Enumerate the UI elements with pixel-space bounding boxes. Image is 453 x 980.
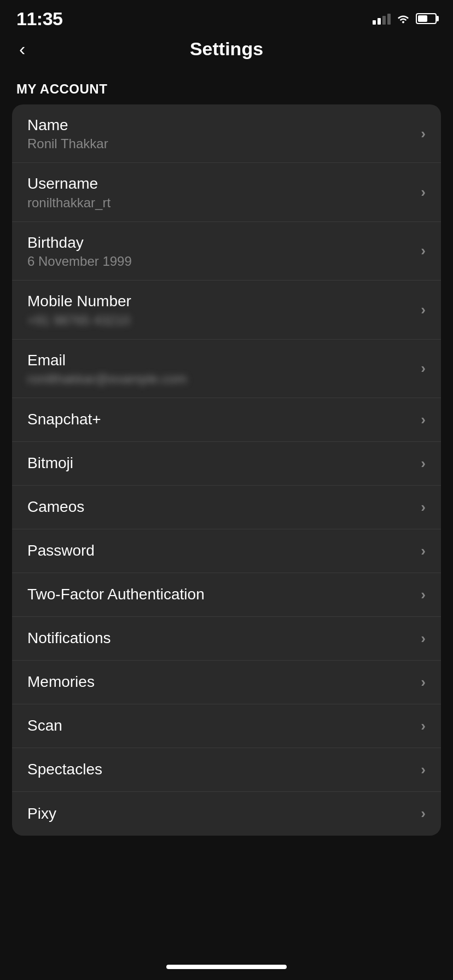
settings-item-name-content: Name Ronil Thakkar <box>27 115 412 151</box>
settings-item-mobile[interactable]: Mobile Number +91 98765 43210 › <box>12 281 441 339</box>
settings-item-email[interactable]: Email ronilthakkar@example.com › <box>12 340 441 398</box>
settings-item-snapchat-plus[interactable]: Snapchat+ › <box>12 398 441 442</box>
settings-item-snapchat-plus-label: Snapchat+ <box>27 410 412 429</box>
settings-item-name-value: Ronil Thakkar <box>27 136 412 151</box>
chevron-icon: › <box>421 805 426 822</box>
section-label-my-account: MY ACCOUNT <box>0 71 453 104</box>
settings-item-notifications-content: Notifications <box>27 628 412 648</box>
settings-item-cameos-label: Cameos <box>27 497 412 517</box>
settings-item-bitmoji-content: Bitmoji <box>27 453 412 473</box>
settings-item-scan-label: Scan <box>27 716 412 736</box>
settings-item-bitmoji[interactable]: Bitmoji › <box>12 442 441 486</box>
settings-list: Name Ronil Thakkar › Username ronilthakk… <box>12 104 441 836</box>
settings-item-memories-label: Memories <box>27 672 412 692</box>
settings-item-snapchat-plus-content: Snapchat+ <box>27 410 412 429</box>
settings-item-email-value: ronilthakkar@example.com <box>27 371 412 387</box>
page-title: Settings <box>190 38 263 60</box>
chevron-icon: › <box>421 125 426 142</box>
settings-item-birthday[interactable]: Birthday 6 November 1999 › <box>12 222 441 281</box>
chevron-icon: › <box>421 586 426 603</box>
settings-item-two-factor-content: Two-Factor Authentication <box>27 585 412 604</box>
settings-item-username[interactable]: Username ronilthakkar_rt › <box>12 163 441 221</box>
status-time: 11:35 <box>16 8 62 30</box>
settings-item-name[interactable]: Name Ronil Thakkar › <box>12 104 441 163</box>
chevron-icon: › <box>421 542 426 559</box>
settings-item-cameos[interactable]: Cameos › <box>12 486 441 529</box>
settings-item-spectacles-content: Spectacles <box>27 760 412 779</box>
chevron-icon: › <box>421 499 426 516</box>
back-button[interactable]: ‹ <box>14 33 31 65</box>
settings-item-scan[interactable]: Scan › <box>12 704 441 748</box>
settings-item-email-content: Email ronilthakkar@example.com <box>27 351 412 387</box>
settings-item-name-label: Name <box>27 115 412 135</box>
chevron-icon: › <box>421 674 426 691</box>
home-bar <box>166 965 287 969</box>
settings-item-password-label: Password <box>27 541 412 561</box>
settings-item-scan-content: Scan <box>27 716 412 736</box>
settings-item-bitmoji-label: Bitmoji <box>27 453 412 473</box>
settings-item-email-label: Email <box>27 351 412 370</box>
wifi-icon <box>396 13 410 24</box>
home-indicator <box>0 956 453 975</box>
settings-item-birthday-value: 6 November 1999 <box>27 254 412 269</box>
chevron-icon: › <box>421 761 426 778</box>
settings-item-two-factor-label: Two-Factor Authentication <box>27 585 412 604</box>
chevron-icon: › <box>421 455 426 472</box>
settings-item-birthday-label: Birthday <box>27 233 412 253</box>
settings-item-spectacles[interactable]: Spectacles › <box>12 748 441 792</box>
chevron-icon: › <box>421 718 426 734</box>
settings-item-memories-content: Memories <box>27 672 412 692</box>
settings-item-username-label: Username <box>27 174 412 194</box>
chevron-icon: › <box>421 630 426 647</box>
settings-item-cameos-content: Cameos <box>27 497 412 517</box>
settings-item-pixy-content: Pixy <box>27 804 412 824</box>
header: ‹ Settings <box>0 33 453 71</box>
settings-item-notifications[interactable]: Notifications › <box>12 617 441 661</box>
signal-icon <box>373 13 391 25</box>
chevron-icon: › <box>421 360 426 377</box>
chevron-icon: › <box>421 242 426 259</box>
settings-item-mobile-value: +91 98765 43210 <box>27 313 412 328</box>
chevron-icon: › <box>421 411 426 428</box>
settings-item-memories[interactable]: Memories › <box>12 661 441 704</box>
settings-item-spectacles-label: Spectacles <box>27 760 412 779</box>
settings-item-birthday-content: Birthday 6 November 1999 <box>27 233 412 269</box>
settings-item-two-factor[interactable]: Two-Factor Authentication › <box>12 573 441 617</box>
status-icons <box>373 13 437 25</box>
chevron-icon: › <box>421 184 426 201</box>
settings-item-pixy[interactable]: Pixy › <box>12 792 441 836</box>
settings-item-notifications-label: Notifications <box>27 628 412 648</box>
settings-item-pixy-label: Pixy <box>27 804 412 824</box>
settings-item-mobile-label: Mobile Number <box>27 291 412 311</box>
settings-item-username-content: Username ronilthakkar_rt <box>27 174 412 210</box>
chevron-icon: › <box>421 301 426 318</box>
settings-item-password-content: Password <box>27 541 412 561</box>
settings-item-mobile-content: Mobile Number +91 98765 43210 <box>27 291 412 328</box>
status-bar: 11:35 <box>0 0 453 33</box>
battery-icon <box>416 13 437 24</box>
settings-item-password[interactable]: Password › <box>12 529 441 573</box>
settings-item-username-value: ronilthakkar_rt <box>27 195 412 211</box>
